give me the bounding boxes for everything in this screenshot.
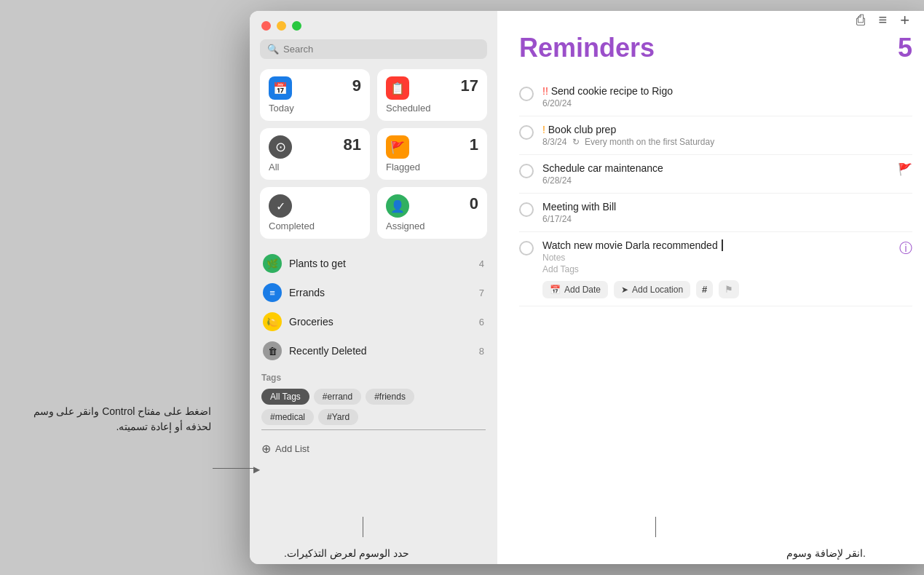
reminder-body-3: Schedule car maintenance 6/28/24 (542, 162, 889, 186)
sidebar: 🔍 📅 9 Today 📋 17 Scheduled ⊙ 81 All (250, 11, 497, 564)
main-content: Reminders 5 Send cookie recipe to Rigo 6… (497, 11, 924, 564)
reminder-body-1: Send cookie recipe to Rigo 6/20/24 (542, 85, 912, 108)
close-button[interactable] (261, 21, 271, 31)
completed-icon: ✓ (269, 194, 292, 218)
reminder-checkbox-4[interactable] (519, 202, 534, 217)
reminder-title-2: Book club prep (542, 124, 912, 135)
flagged-count: 1 (470, 135, 478, 154)
reminder-add-tags-5[interactable]: Add Tags (542, 264, 891, 274)
tag-friends[interactable]: #friends (366, 389, 414, 405)
reminder-edit-area-5: Watch new movie Darla recommended Notes … (542, 239, 891, 298)
search-icon: 🔍 (267, 44, 279, 55)
scheduled-count: 17 (461, 76, 478, 95)
reminder-item-2: Book club prep 8/3/24 ↻ Every month on t… (519, 116, 912, 155)
tags-section: Tags All Tags #errand #friends #medical … (250, 365, 497, 436)
location-icon: ➤ (621, 285, 628, 295)
reminder-body-2: Book club prep 8/3/24 ↻ Every month on t… (542, 124, 912, 147)
reminder-date-1: 6/20/24 (542, 98, 912, 108)
assigned-icon: 👤 (386, 194, 409, 218)
share-icon[interactable]: ⎙ (856, 12, 865, 28)
tag-yard[interactable]: #Yard (318, 409, 358, 425)
reminder-title-4: Meeting with Bill (542, 201, 912, 213)
plants-label: Plants to get (289, 258, 472, 269)
list-icon[interactable]: ≡ (878, 12, 887, 28)
hashtag-button[interactable]: # (696, 280, 713, 298)
repeat-icon: ↻ (572, 137, 580, 147)
info-icon-5[interactable]: ⓘ (899, 239, 912, 257)
today-icon: 📅 (269, 76, 292, 100)
errands-count: 7 (479, 288, 484, 298)
reminder-checkbox-5[interactable] (519, 241, 534, 255)
reminder-checkbox-2[interactable] (519, 125, 534, 140)
recently-deleted-label: Recently Deleted (289, 345, 472, 357)
smart-card-assigned[interactable]: 👤 0 Assigned (377, 187, 487, 239)
completed-label: Completed (269, 221, 361, 231)
reminder-notes-5[interactable]: Notes (542, 253, 891, 263)
reminder-list: Send cookie recipe to Rigo 6/20/24 Book … (519, 78, 912, 550)
list-item-groceries[interactable]: 🍋 Groceries 6 (250, 307, 497, 336)
today-count: 9 (352, 76, 361, 95)
search-bar[interactable]: 🔍 (260, 39, 487, 59)
errands-label: Errands (289, 287, 472, 298)
annotation-left: اضغط على مفتاح Control وانقر على وسم لحذ… (22, 404, 211, 435)
annotation-arrow: ▶ (253, 464, 260, 475)
list-item-recently-deleted[interactable]: 🗑 Recently Deleted 8 (250, 336, 497, 365)
scheduled-icon: 📋 (386, 76, 409, 100)
maximize-button[interactable] (292, 21, 301, 31)
smart-card-all[interactable]: ⊙ 81 All (260, 128, 370, 180)
add-list-button[interactable]: ⊕ Add List (250, 436, 497, 466)
reminder-date-3: 6/28/24 (542, 175, 889, 186)
tag-errand[interactable]: #errand (314, 389, 361, 405)
smart-card-today[interactable]: 📅 9 Today (260, 69, 370, 121)
window-controls (250, 21, 497, 39)
assigned-label: Assigned (386, 221, 478, 231)
plants-icon: 🌿 (263, 254, 282, 273)
assigned-count: 0 (470, 194, 478, 213)
add-icon[interactable]: + (900, 11, 909, 30)
bottom-line-right (655, 517, 656, 537)
recently-deleted-icon: 🗑 (263, 341, 282, 360)
groceries-icon: 🍋 (263, 312, 282, 331)
flagged-icon: 🚩 (386, 135, 409, 159)
add-list-label: Add List (275, 443, 309, 454)
reminder-item-4: Meeting with Bill 6/17/24 (519, 194, 912, 232)
reminder-title-3: Schedule car maintenance (542, 162, 889, 174)
scheduled-label: Scheduled (386, 103, 478, 114)
all-label: All (269, 162, 361, 172)
reminder-item-1: Send cookie recipe to Rigo 6/20/24 (519, 78, 912, 116)
tag-medical[interactable]: #medical (261, 409, 314, 425)
tags-title: Tags (261, 373, 486, 383)
add-location-button[interactable]: ➤ Add Location (614, 281, 690, 298)
reminder-body-4: Meeting with Bill 6/17/24 (542, 201, 912, 224)
top-toolbar: ⎙ ≡ + (778, 0, 924, 40)
add-date-button[interactable]: 📅 Add Date (542, 281, 608, 298)
annotation-line (213, 468, 256, 469)
flagged-label: Flagged (386, 162, 478, 172)
minimize-button[interactable] (277, 21, 286, 31)
calendar-icon: 📅 (550, 285, 561, 295)
plants-count: 4 (479, 258, 484, 269)
search-input[interactable] (283, 44, 480, 55)
groceries-label: Groceries (289, 316, 472, 328)
tags-row-2: #medical #Yard (261, 409, 486, 425)
reminder-item-3: Schedule car maintenance 6/28/24 🚩 (519, 155, 912, 194)
smart-card-scheduled[interactable]: 📋 17 Scheduled (377, 69, 487, 121)
all-icon: ⊙ (269, 135, 292, 159)
reminder-checkbox-1[interactable] (519, 87, 534, 101)
list-item-errands[interactable]: ≡ Errands 7 (250, 278, 497, 307)
annotation-bottom-left: حدد الوسوم لعرض التذكيرات. (284, 547, 409, 559)
smart-card-completed[interactable]: ✓ Completed (260, 187, 370, 239)
reminder-date-2: 8/3/24 ↻ Every month on the first Saturd… (542, 137, 912, 147)
tag-all-tags[interactable]: All Tags (261, 389, 309, 405)
groceries-count: 6 (479, 317, 484, 328)
reminder-date-4: 6/17/24 (542, 214, 912, 224)
flag-button[interactable]: ⚑ (719, 280, 739, 298)
all-count: 81 (344, 135, 361, 154)
reminder-checkbox-3[interactable] (519, 164, 534, 178)
list-item-plants[interactable]: 🌿 Plants to get 4 (250, 249, 497, 278)
reminder-toolbar-5: 📅 Add Date ➤ Add Location # ⚑ (542, 280, 891, 298)
reminder-edit-title-5[interactable]: Watch new movie Darla recommended (542, 239, 891, 251)
bottom-line-left (363, 517, 363, 537)
recently-deleted-count: 8 (479, 346, 484, 357)
smart-card-flagged[interactable]: 🚩 1 Flagged (377, 128, 487, 180)
